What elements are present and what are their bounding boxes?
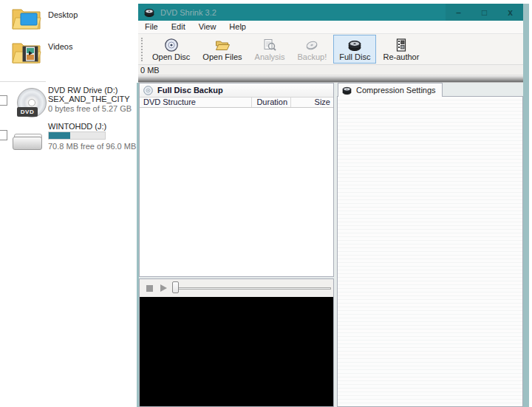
tab-compression-settings[interactable]: Compression Settings bbox=[338, 83, 443, 97]
dvd-structure-table-header: DVD Structure Duration Size bbox=[140, 98, 333, 108]
screen: Desktop Videos DVD DVD RW Drive (D:) SEX… bbox=[0, 0, 532, 407]
hard-drive-icon[interactable] bbox=[13, 134, 44, 152]
play-icon[interactable] bbox=[160, 284, 167, 292]
drive-usage-fill bbox=[49, 132, 70, 139]
menu-file[interactable]: File bbox=[138, 21, 165, 33]
compression-tab-label: Compression Settings bbox=[356, 86, 436, 95]
backup-pane-title: Full Disc Backup bbox=[157, 86, 223, 95]
open-disc-icon bbox=[164, 38, 179, 52]
analysis-icon bbox=[262, 38, 277, 52]
backup-button[interactable]: Backup! bbox=[292, 35, 333, 64]
title-bar[interactable]: DVD Shrink 3.2 – □ x bbox=[138, 4, 523, 21]
dvd-drive-free-space: 0 bytes free of 5.27 GB bbox=[48, 104, 132, 113]
column-duration[interactable]: Duration bbox=[252, 98, 291, 107]
dvd-drive-label[interactable]: DVD RW Drive (D:) bbox=[48, 86, 118, 95]
seek-slider-handle[interactable] bbox=[172, 281, 179, 293]
menu-bar: File Edit View Help bbox=[138, 21, 523, 34]
window-right-border bbox=[523, 4, 529, 407]
column-size[interactable]: Size bbox=[291, 98, 333, 107]
backup-icon bbox=[304, 38, 319, 52]
backup-pane-header: Full Disc Backup bbox=[140, 83, 333, 98]
dvd-shrink-window: DVD Shrink 3.2 – □ x File Edit View Help bbox=[137, 0, 529, 407]
minimize-button[interactable]: – bbox=[446, 4, 471, 21]
wintohdd-free-space: 70.8 MB free of 96.0 MB bbox=[48, 142, 136, 151]
compression-settings-content bbox=[337, 96, 523, 407]
menu-view[interactable]: View bbox=[192, 21, 223, 33]
analysis-button[interactable]: Analysis bbox=[249, 35, 291, 64]
desktop-folder-icon[interactable] bbox=[11, 4, 42, 31]
seek-slider-track[interactable] bbox=[175, 287, 331, 290]
drive-usage-bar bbox=[48, 131, 106, 140]
maximize-button[interactable]: □ bbox=[471, 4, 497, 21]
full-disc-icon bbox=[347, 38, 362, 52]
menu-help[interactable]: Help bbox=[222, 21, 253, 33]
toolbar-gripper[interactable] bbox=[141, 38, 143, 61]
dvd-disc-icon[interactable]: DVD bbox=[16, 86, 48, 119]
open-disc-button[interactable]: Open Disc bbox=[146, 35, 196, 64]
re-author-icon bbox=[394, 38, 409, 52]
dvd-badge: DVD bbox=[17, 107, 38, 117]
explorer-item-videos[interactable]: Videos bbox=[48, 42, 72, 51]
dvd-structure-list[interactable] bbox=[140, 108, 333, 276]
disc-stack-icon bbox=[342, 86, 352, 95]
full-disc-backup-pane: Full Disc Backup DVD Structure Duration … bbox=[139, 83, 334, 277]
full-disc-button[interactable]: Full Disc bbox=[333, 35, 376, 64]
main-area: Full Disc Backup DVD Structure Duration … bbox=[137, 83, 523, 407]
dvd-drive-volume-label[interactable]: SEX_AND_THE_CITY bbox=[48, 95, 130, 103]
toolbar: Open Disc Open Files bbox=[138, 34, 523, 65]
stop-icon[interactable] bbox=[146, 285, 153, 292]
wintohdd-label[interactable]: WINTOHDD (J:) bbox=[48, 122, 106, 131]
column-dvd-structure[interactable]: DVD Structure bbox=[140, 98, 252, 107]
videos-folder-icon[interactable] bbox=[11, 38, 42, 65]
preview-player-pane bbox=[139, 278, 334, 407]
explorer-group-divider bbox=[0, 81, 46, 82]
explorer-item-desktop[interactable]: Desktop bbox=[48, 10, 78, 19]
menu-edit[interactable]: Edit bbox=[165, 21, 192, 33]
dvd-drive-checkbox[interactable] bbox=[0, 95, 7, 106]
size-status-bar: 0 MB bbox=[138, 65, 523, 75]
app-icon bbox=[144, 7, 154, 18]
capacity-bar bbox=[138, 75, 523, 83]
close-button[interactable]: x bbox=[497, 4, 523, 21]
re-author-button[interactable]: Re-author bbox=[377, 35, 425, 64]
wintohdd-checkbox[interactable] bbox=[0, 130, 7, 140]
cd-icon bbox=[143, 86, 153, 95]
open-files-button[interactable]: Open Files bbox=[197, 35, 248, 64]
video-preview bbox=[140, 297, 333, 406]
window-title: DVD Shrink 3.2 bbox=[160, 8, 446, 17]
open-files-icon bbox=[215, 38, 230, 52]
